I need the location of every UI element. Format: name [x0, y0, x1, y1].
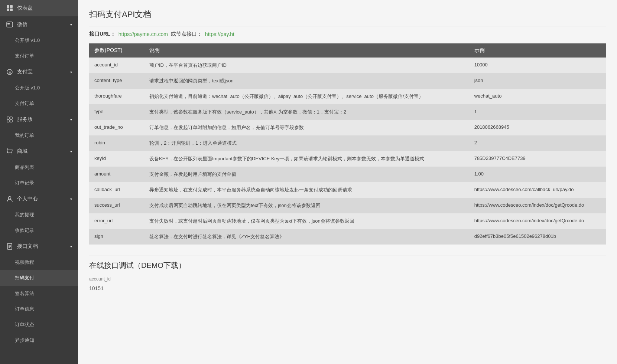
table-cell-desc: 请求过程中返回的网页类型，text或json: [144, 73, 469, 89]
sidebar-label-api-video: 视频教程: [15, 259, 34, 266]
table-cell-param: amount: [89, 167, 144, 182]
personal-arrow-icon: ▾: [70, 197, 72, 201]
sidebar-item-dashboard[interactable]: 仪表盘: [0, 0, 78, 16]
table-cell-param: content_type: [89, 73, 144, 89]
table-cell-desc: 支付类型，该参数在服务版下有效（service_auto），其他可为空参数，微信…: [144, 104, 469, 120]
svg-point-13: [11, 154, 12, 154]
table-cell-param: type: [89, 104, 144, 120]
table-cell-desc: 异步通知地址，在支付完成时，本平台服务器系统会自动向该地址发起一条支付成功的回调…: [144, 182, 469, 198]
table-cell-param: robin: [89, 135, 144, 151]
person-icon: [6, 195, 13, 203]
alipay-arrow-icon: ▾: [70, 70, 72, 74]
table-row: thoroughfare初始化支付通道，目前通道：wechat_auto（公开版…: [89, 89, 606, 104]
shop-icon: [6, 148, 13, 155]
table-cell-desc: 设备KEY，在公开版列表里面Important参数下的DEVICE Key一项，…: [144, 151, 469, 167]
sidebar-label-shop-products: 商品列表: [15, 164, 34, 171]
table-cell-param: account_id: [89, 58, 144, 73]
table-row: content_type请求过程中返回的网页类型，text或jsonjson: [89, 73, 606, 89]
sidebar-label-alipay: 支付宝: [17, 69, 33, 75]
table-cell-param: keyId: [89, 151, 144, 167]
sidebar-label-dashboard: 仪表盘: [17, 5, 33, 12]
table-cell-example: 2: [469, 135, 606, 151]
sidebar-item-alipay-orders[interactable]: 支付订单: [0, 96, 78, 111]
sidebar-item-alipay-public[interactable]: 公开版 v1.0: [0, 80, 78, 96]
sidebar-label-alipay-orders: 支付订单: [15, 100, 34, 107]
svg-rect-4: [7, 22, 13, 27]
alipay-icon: 支: [6, 68, 13, 76]
sidebar-item-service[interactable]: 服务版 ▾: [0, 111, 78, 128]
sidebar-label-api-async: 异步通知: [15, 337, 34, 344]
service-icon: [6, 116, 13, 123]
sidebar-item-shop[interactable]: 商城 ▾: [0, 143, 78, 160]
sidebar-label-api-scan: 扫码支付: [15, 275, 34, 281]
sidebar-label-service: 服务版: [17, 116, 33, 123]
sidebar-item-shop-records[interactable]: 订单记录: [0, 175, 78, 191]
table-cell-example: 2018062668945: [469, 120, 606, 135]
table-cell-example: https://www.codesceo.com/index/doc/getQr…: [469, 198, 606, 213]
table-cell-example: wechat_auto: [469, 89, 606, 104]
table-cell-desc: 签名算法，在支付时进行签名算法，详见《ZYE支付签名算法》: [144, 229, 469, 245]
demo-field: account_id 10151: [89, 276, 606, 294]
sidebar-item-api-order-info[interactable]: 订单信息: [0, 301, 78, 317]
sidebar-item-api-sign[interactable]: 签名算法: [0, 286, 78, 301]
api-docs-arrow-icon: ▾: [70, 245, 72, 249]
sidebar-item-personal-withdraw[interactable]: 我的提现: [0, 207, 78, 223]
table-cell-desc: 订单信息，在发起订单时附加的信息，如用户名，充值订单号等字段参数: [144, 120, 469, 135]
sidebar-item-personal-records[interactable]: 收款记录: [0, 223, 78, 238]
table-cell-param: thoroughfare: [89, 89, 144, 104]
table-cell-example: 1.00: [469, 167, 606, 182]
sidebar-item-shop-products[interactable]: 商品列表: [0, 160, 78, 175]
table-cell-example: d92eff67b3be05f5e61502e96278d01b: [469, 229, 606, 245]
sidebar-label-shop-records: 订单记录: [15, 180, 34, 186]
table-header-param: 参数(POST): [89, 43, 144, 58]
table-cell-param: callback_url: [89, 182, 144, 198]
table-cell-example: json: [469, 73, 606, 89]
sidebar-item-service-orders[interactable]: 我的订单: [0, 128, 78, 143]
sidebar-item-api-scan[interactable]: 扫码支付: [0, 270, 78, 286]
table-row: out_trade_no订单信息，在发起订单时附加的信息，如用户名，充值订单号等…: [89, 120, 606, 135]
sidebar-label-wechat: 微信: [17, 21, 27, 28]
shop-arrow-icon: ▾: [70, 150, 72, 154]
sidebar-item-api-order-status[interactable]: 订单状态: [0, 317, 78, 332]
svg-rect-3: [10, 9, 13, 11]
sidebar-label-api-docs: 接口文档: [17, 243, 38, 250]
table-cell-example: https://www.codesceo.com/index/doc/getQr…: [469, 213, 606, 229]
sidebar-label-wechat-public: 公开版 v1.0: [15, 37, 40, 44]
page-title: 扫码支付API文档: [89, 9, 606, 20]
svg-rect-10: [7, 120, 9, 122]
table-cell-desc: 初始化支付通道，目前通道：wechat_auto（公开版微信）、alipay_a…: [144, 89, 469, 104]
sidebar-label-shop: 商城: [17, 148, 27, 155]
api-table: 参数(POST) 说明 示例 account_id商户ID，在平台首页右边获取商…: [89, 43, 606, 245]
table-cell-example: https://www.codesceo.com/callback_url/pa…: [469, 182, 606, 198]
sidebar-item-wechat-orders[interactable]: 支付订单: [0, 48, 78, 64]
table-header-example: 示例: [469, 43, 606, 58]
table-cell-desc: 支付失败时，或支付超时后网页自动跳转地址，仅在网页类型为text下有效，json…: [144, 213, 469, 229]
table-cell-param: out_trade_no: [89, 120, 144, 135]
service-arrow-icon: ▾: [70, 118, 72, 122]
svg-rect-0: [7, 5, 9, 8]
table-row: success_url支付成功后网页自动跳转地址，仅在网页类型为text下有效，…: [89, 198, 606, 213]
sidebar-item-personal[interactable]: 个人中心 ▾: [0, 191, 78, 207]
sidebar-item-api-docs[interactable]: 接口文档 ▾: [0, 238, 78, 255]
sidebar-label-personal-records: 收款记录: [15, 227, 34, 234]
table-cell-example: 785D239777C4DE7739: [469, 151, 606, 167]
sidebar-item-wechat-public[interactable]: 公开版 v1.0: [0, 33, 78, 48]
svg-rect-9: [10, 117, 12, 119]
sidebar-item-api-video[interactable]: 视频教程: [0, 255, 78, 270]
wechat-icon: [6, 21, 13, 28]
svg-rect-5: [7, 23, 10, 24]
sidebar-label-api-order-status: 订单状态: [15, 321, 34, 328]
table-cell-example: 1: [469, 104, 606, 120]
api-url-main-link[interactable]: https://payme.cn.com: [118, 31, 168, 37]
svg-rect-8: [7, 117, 9, 119]
table-header-desc: 说明: [144, 43, 469, 58]
sidebar-item-wechat[interactable]: 微信 ▾: [0, 16, 78, 33]
svg-rect-1: [10, 5, 13, 8]
sidebar-item-alipay[interactable]: 支 支付宝 ▾: [0, 64, 78, 80]
table-cell-example: 10000: [469, 58, 606, 73]
title-divider: [89, 26, 606, 26]
demo-divider: [89, 256, 606, 256]
api-url-sep: 或节点接口：: [171, 31, 202, 37]
api-url-alt-link[interactable]: https://pay.ht: [205, 31, 234, 37]
sidebar-item-api-async[interactable]: 异步通知: [0, 332, 78, 348]
